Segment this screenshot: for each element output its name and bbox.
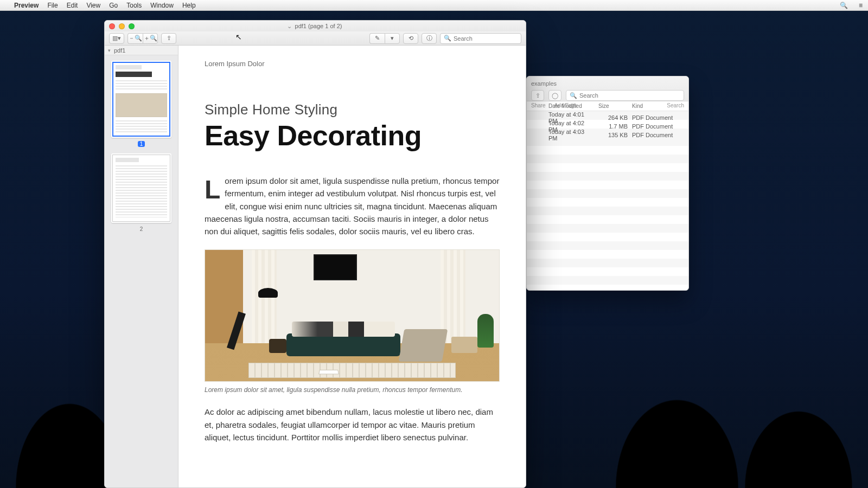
table-row[interactable]: Today at 4:02 PM 1.7 MB PDF Document — [527, 120, 688, 129]
menu-help[interactable]: Help — [182, 2, 196, 9]
page-number-badge: 1 — [138, 141, 145, 147]
running-head: Lorem Ipsum Dolor — [205, 60, 500, 68]
rotate-button[interactable]: ⟲ — [403, 33, 418, 44]
finder-column-header[interactable]: Date Modified Size Kind — [527, 101, 688, 111]
sidebar-file-row[interactable]: ▾ pdf1 — [105, 46, 178, 55]
toolbar-search-input[interactable] — [454, 35, 518, 42]
disclosure-triangle-icon[interactable]: ▾ — [108, 48, 111, 53]
zoom-button[interactable] — [129, 23, 135, 29]
preview-toolbar: ▥▾ －🔍 ＋🔍 ⇪ ✎ ▾ ⟲ ⓘ 🔍 — [105, 31, 526, 46]
window-controls — [109, 23, 135, 29]
col-size[interactable]: Size — [598, 103, 628, 109]
document-view[interactable]: Lorem Ipsum Dolor Simple Home Styling Ea… — [178, 46, 526, 487]
toolbar-search-field[interactable]: 🔍 — [440, 33, 521, 44]
markup-button[interactable]: ✎ — [369, 33, 385, 44]
menubar-extra-icon[interactable]: ≡ — [859, 2, 863, 9]
cell-size: 264 KB — [598, 114, 628, 121]
zoom-out-button[interactable]: －🔍 — [127, 33, 143, 44]
sidebar-file-name: pdf1 — [114, 47, 125, 54]
kicker: Simple Home Styling — [205, 101, 500, 118]
sidebar-toggle-button[interactable]: ▥▾ — [109, 33, 124, 44]
markup-menu-button[interactable]: ▾ — [385, 33, 400, 44]
body-paragraph: Ac dolor ac adipiscing amet bibendum nul… — [205, 406, 500, 444]
share-button[interactable]: ⇪ — [161, 33, 176, 44]
headline: Easy Decorating — [205, 119, 500, 152]
finder-rows: Today at 4:01 PM 264 KB PDF Document Tod… — [527, 111, 688, 291]
finder-search-input[interactable] — [579, 92, 680, 99]
col-kind[interactable]: Kind — [632, 103, 684, 109]
app-menu[interactable]: Preview — [14, 2, 39, 9]
search-icon: 🔍 — [444, 35, 451, 42]
cell-kind: PDF Document — [632, 114, 684, 121]
menu-go[interactable]: Go — [109, 2, 118, 9]
col-date[interactable]: Date Modified — [548, 103, 594, 109]
preview-window[interactable]: ⌄ pdf1 (page 1 of 2) ▥▾ －🔍 ＋🔍 ⇪ ✎ ▾ ⟲ ⓘ … — [104, 20, 526, 488]
finder-window[interactable]: examples ⇪ ◯ 🔍 Share Add Tags Search Dat… — [526, 76, 689, 291]
inspector-button[interactable]: ⓘ — [422, 33, 437, 44]
thumbnail-sidebar: ▾ pdf1 1 2 — [105, 46, 178, 487]
cell-size: 1.7 MB — [598, 123, 628, 130]
page-number: 2 — [140, 226, 143, 232]
spotlight-icon[interactable]: 🔍 — [840, 2, 848, 9]
table-row[interactable]: Today at 4:03 PM 135 KB PDF Document — [527, 129, 688, 137]
cell-size: 135 KB — [598, 132, 628, 138]
menu-edit[interactable]: Edit — [67, 2, 78, 9]
menu-view[interactable]: View — [86, 2, 100, 9]
cell-kind: PDF Document — [632, 132, 684, 138]
article-photo — [205, 249, 500, 382]
finder-search-field[interactable]: 🔍 — [566, 90, 684, 101]
finder-share-label: Share — [531, 102, 546, 108]
zoom-in-button[interactable]: ＋🔍 — [143, 33, 158, 44]
search-icon: 🔍 — [570, 92, 577, 99]
preview-titlebar[interactable]: ⌄ pdf1 (page 1 of 2) — [105, 21, 526, 31]
lede-paragraph: Lorem ipsum dolor sit amet, ligula suspe… — [205, 175, 500, 237]
title-proxy-icon[interactable]: ⌄ — [287, 23, 292, 30]
macos-menubar: Preview File Edit View Go Tools Window H… — [0, 0, 868, 11]
menu-tools[interactable]: Tools — [126, 2, 142, 9]
finder-tags-button[interactable]: ◯ — [548, 90, 561, 101]
minimize-button[interactable] — [119, 23, 125, 29]
page-thumbnail-2[interactable] — [111, 153, 171, 223]
finder-title: examples — [531, 80, 557, 87]
window-title: pdf1 (page 1 of 2) — [295, 23, 342, 29]
cell-kind: PDF Document — [632, 123, 684, 130]
finder-share-button[interactable]: ⇪ — [531, 90, 544, 101]
photo-caption: Lorem ipsum dolor sit amet, ligula suspe… — [205, 386, 500, 394]
cell-date: Today at 4:03 PM — [548, 129, 594, 142]
finder-titlebar[interactable]: examples ⇪ ◯ 🔍 Share Add Tags Search — [527, 76, 688, 101]
close-button[interactable] — [109, 23, 115, 29]
menu-window[interactable]: Window — [150, 2, 174, 9]
table-row[interactable]: Today at 4:01 PM 264 KB PDF Document — [527, 111, 688, 120]
page-thumbnail-1[interactable] — [111, 61, 171, 138]
menu-file[interactable]: File — [47, 2, 58, 9]
